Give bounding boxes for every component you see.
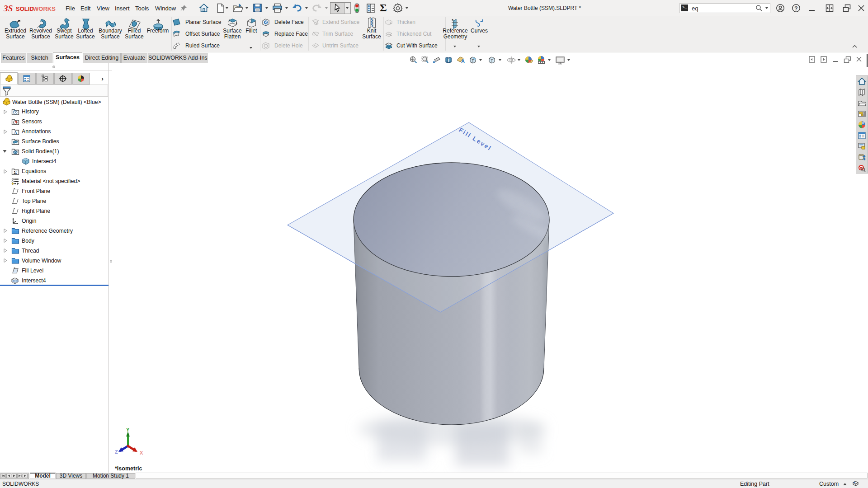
- svg-text:Σ: Σ: [14, 169, 17, 174]
- svg-text:Y: Y: [126, 427, 130, 432]
- svg-text:A: A: [14, 130, 18, 135]
- svg-text:*Isometric: *Isometric: [115, 465, 142, 472]
- svg-text:?: ?: [794, 5, 797, 12]
- svg-text:ЗS: ЗS: [4, 4, 13, 13]
- svg-text:WORKS: WORKS: [33, 5, 56, 12]
- svg-text:Z: Z: [115, 449, 118, 455]
- svg-text:X: X: [140, 450, 143, 455]
- svg-text:SOLID: SOLID: [16, 5, 34, 12]
